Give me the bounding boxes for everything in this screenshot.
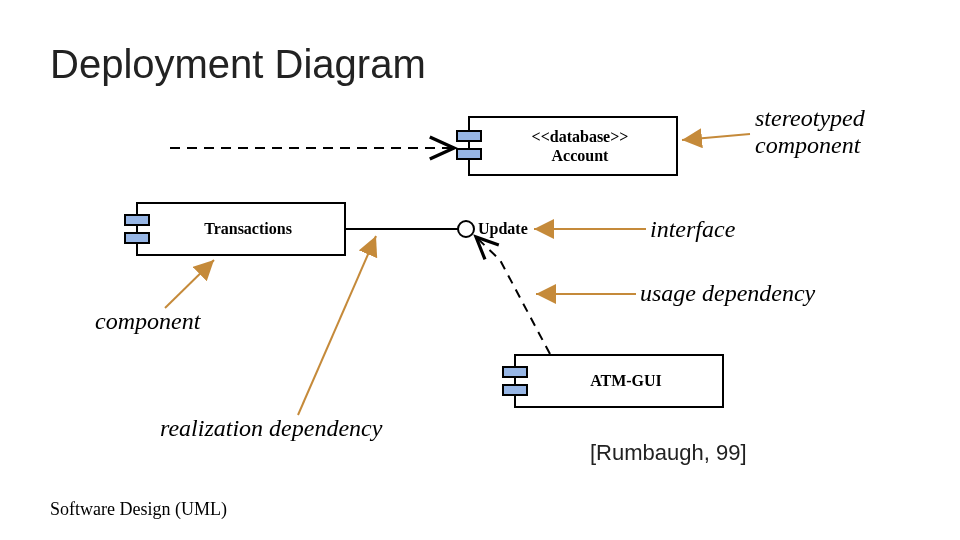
component-tab-icon <box>456 148 482 160</box>
component-tab-icon <box>502 384 528 396</box>
svg-line-7 <box>298 236 376 415</box>
component-account: <<database>> Account <box>468 116 678 176</box>
component-tab-icon <box>124 232 150 244</box>
svg-line-3 <box>682 134 750 140</box>
component-atmgui: ATM-GUI <box>514 354 724 408</box>
component-tab-icon <box>124 214 150 226</box>
annot-stereotyped: stereotypedcomponent <box>755 105 865 159</box>
svg-point-2 <box>458 221 474 237</box>
component-name: Transactions <box>204 220 292 237</box>
interface-label: Update <box>478 220 528 238</box>
svg-line-6 <box>165 260 214 308</box>
component-transactions: Transactions <box>136 202 346 256</box>
annot-interface: interface <box>650 216 735 243</box>
annot-realization: realization dependency <box>160 415 382 442</box>
annot-usage: usage dependency <box>640 280 815 307</box>
component-tab-icon <box>502 366 528 378</box>
component-tab-icon <box>456 130 482 142</box>
component-name: Account <box>552 147 609 164</box>
citation: [Rumbaugh, 99] <box>590 440 747 466</box>
component-name: ATM-GUI <box>590 372 662 389</box>
footer: Software Design (UML) <box>50 499 227 520</box>
component-stereotype: <<database>> <box>532 128 629 145</box>
page-title: Deployment Diagram <box>50 42 426 87</box>
annot-component: component <box>95 308 200 335</box>
